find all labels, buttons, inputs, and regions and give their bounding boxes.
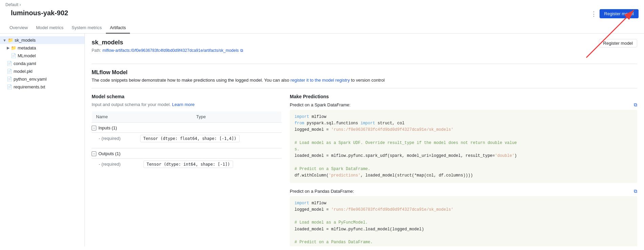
register-model-button-content[interactable]: Register model xyxy=(599,39,637,47)
model-registry-link[interactable]: register it to the model registry xyxy=(290,78,350,83)
artifact-title: sk_models xyxy=(92,39,243,46)
file-icon-python-env: 📄 xyxy=(7,77,12,82)
register-model-button-top[interactable]: Register model xyxy=(600,9,639,18)
chevron-down-icon: ▼ xyxy=(3,38,6,42)
outputs-group-header: − Outputs (1) xyxy=(92,148,282,159)
input-name-1: - (required) xyxy=(92,133,136,144)
outputs-collapse-icon[interactable]: − xyxy=(92,151,96,156)
inputs-row-1: - (required) Tensor (dtype: float64, sha… xyxy=(92,133,282,144)
two-col-layout: Model schema Input and output schema for… xyxy=(92,94,637,246)
pandas-code-section: Predict on a Pandas DataFrame: ⧉ import … xyxy=(290,188,637,246)
mlflow-model-desc: The code snippets below demonstrate how … xyxy=(92,78,637,83)
sidebar-item-python-env[interactable]: 📄 python_env.yaml xyxy=(0,75,84,83)
sidebar-label-metadata: metadata xyxy=(18,45,36,50)
sidebar-item-sk_models[interactable]: ▼ 📁 sk_models xyxy=(0,36,84,44)
breadcrumb-separator: › xyxy=(19,2,21,7)
more-options-icon[interactable]: ⋮ xyxy=(591,10,597,18)
col-name-header: Name xyxy=(92,111,192,122)
sidebar: ▼ 📁 sk_models ▶ 📁 metadata 📄 MLmodel 📄 c… xyxy=(0,34,85,246)
sidebar-item-conda[interactable]: 📄 conda.yaml xyxy=(0,60,84,67)
inputs-collapse-icon[interactable]: − xyxy=(92,126,96,130)
sidebar-label-mlmodel: MLmodel xyxy=(18,53,36,58)
sidebar-label-python-env: python_env.yaml xyxy=(14,77,46,82)
inputs-label: Inputs (1) xyxy=(98,125,117,130)
outputs-row-1: - (required) Tensor (dtype: int64, shape… xyxy=(92,159,282,170)
predictions-title: Make Predictions xyxy=(290,94,637,99)
spark-code-block: import mlflow from pyspark.sql.functions… xyxy=(290,110,637,183)
run-title: luminous-yak-902 xyxy=(5,8,74,20)
breadcrumb: Default › xyxy=(5,2,21,7)
schema-desc: Input and output schema for your model. … xyxy=(92,102,282,107)
sidebar-item-mlmodel[interactable]: 📄 MLmodel xyxy=(0,52,84,60)
outputs-table: - (required) Tensor (dtype: int64, shape… xyxy=(92,159,282,170)
sidebar-item-model-pkl[interactable]: 📄 model.pkl xyxy=(0,67,84,75)
pandas-label-row: Predict on a Pandas DataFrame: ⧉ xyxy=(290,188,637,194)
schema-table: Name Type xyxy=(92,111,282,122)
input-type-1: Tensor (dtype: float64, shape: [-1,4]) xyxy=(136,133,281,144)
mlflow-model-title: MLflow Model xyxy=(92,69,637,76)
model-schema-section: Model schema Input and output schema for… xyxy=(92,94,282,246)
output-type-1: Tensor (dtype: int64, shape: [-1]) xyxy=(139,159,281,170)
sidebar-item-metadata[interactable]: ▶ 📁 metadata xyxy=(0,44,84,52)
spark-label: Predict on a Spark DataFrame: xyxy=(290,102,351,107)
col-type-header: Type xyxy=(192,111,281,122)
make-predictions-section: Make Predictions Predict on a Spark Data… xyxy=(290,94,637,246)
tab-artifacts[interactable]: Artifacts xyxy=(106,22,130,34)
header-actions: ⋮ Register model xyxy=(591,9,639,18)
artifact-path-link[interactable]: mlflow-artifacts:/0/f0e9636783fc4fd9bd0d… xyxy=(102,48,239,53)
inputs-table: - (required) Tensor (dtype: float64, sha… xyxy=(92,133,282,144)
outputs-label: Outputs (1) xyxy=(98,151,120,156)
folder-icon: 📁 xyxy=(8,38,13,43)
file-icon-mlmodel: 📄 xyxy=(11,53,16,58)
file-icon-requirements: 📄 xyxy=(7,84,12,89)
tabs-bar: Overview Model metrics System metrics Ar… xyxy=(0,22,644,34)
spark-copy-icon[interactable]: ⧉ xyxy=(634,102,637,108)
tab-model-metrics[interactable]: Model metrics xyxy=(32,22,68,34)
input-tensor-badge-1: Tensor (dtype: float64, shape: [-1,4]) xyxy=(140,135,240,142)
copy-path-icon[interactable]: ⧉ xyxy=(240,48,243,53)
path-label: Path: xyxy=(92,48,101,53)
spark-label-row: Predict on a Spark DataFrame: ⧉ xyxy=(290,102,637,108)
tab-overview[interactable]: Overview xyxy=(5,22,32,34)
breadcrumb-parent[interactable]: Default xyxy=(5,2,18,7)
artifact-path: Path: mlflow-artifacts:/0/f0e9636783fc4f… xyxy=(92,48,243,53)
sidebar-item-requirements[interactable]: 📄 requirements.txt xyxy=(0,83,84,91)
sidebar-label-requirements: requirements.txt xyxy=(14,84,45,89)
pandas-copy-icon[interactable]: ⧉ xyxy=(634,188,637,194)
folder-icon-metadata: 📁 xyxy=(11,45,16,50)
main-layout: ▼ 📁 sk_models ▶ 📁 metadata 📄 MLmodel 📄 c… xyxy=(0,34,644,246)
chevron-right-icon: ▶ xyxy=(7,46,10,50)
sidebar-label-model-pkl: model.pkl xyxy=(14,69,33,74)
pandas-label: Predict on a Pandas DataFrame: xyxy=(290,189,354,194)
learn-more-link[interactable]: Learn more xyxy=(172,102,194,107)
schema-title: Model schema xyxy=(92,94,282,99)
sidebar-label-sk_models: sk_models xyxy=(15,38,36,43)
inputs-group-header: − Inputs (1) xyxy=(92,122,282,133)
pandas-code-block: import mlflow logged_model = 'runs:/f0e9… xyxy=(290,196,637,246)
tab-system-metrics[interactable]: System metrics xyxy=(68,22,106,34)
output-name-1: - (required) xyxy=(92,159,140,170)
content-area: sk_models Path: mlflow-artifacts:/0/f0e9… xyxy=(85,34,644,246)
file-icon-conda: 📄 xyxy=(7,61,12,66)
sidebar-label-conda: conda.yaml xyxy=(14,61,36,66)
file-icon-model-pkl: 📄 xyxy=(7,69,12,74)
output-tensor-badge-1: Tensor (dtype: int64, shape: [-1]) xyxy=(144,161,233,168)
spark-code-section: Predict on a Spark DataFrame: ⧉ import m… xyxy=(290,102,637,183)
